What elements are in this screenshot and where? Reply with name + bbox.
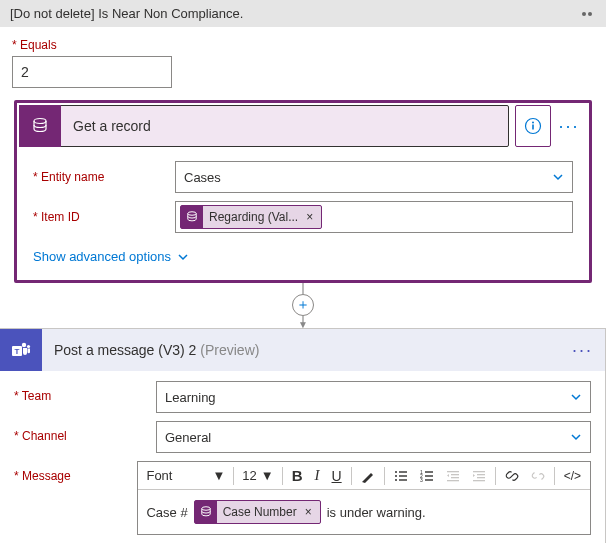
message-text-before: Case # [146, 505, 187, 520]
channel-label: Channel [14, 421, 146, 443]
outdent-button[interactable] [441, 466, 465, 486]
message-label: Message [14, 461, 127, 483]
equals-field-block: Equals 2 [0, 27, 606, 96]
post-message-title: Post a message (V3) 2 (Preview) [42, 342, 572, 358]
entity-name-label: Entity name [33, 170, 165, 184]
strip-menu-dots[interactable] [582, 12, 586, 16]
get-record-card: Get a record ··· Entity name Cases Item … [14, 100, 592, 283]
condition-header-strip: [Do not delete] Is Near Non Compliance. [0, 0, 606, 27]
italic-button[interactable]: I [310, 464, 325, 487]
rte-toolbar: Font▼ 12 ▼ B I U 123 [138, 462, 590, 490]
font-select[interactable]: Font▼ [142, 466, 229, 485]
message-text-after: is under warning. [327, 505, 426, 520]
entity-name-value: Cases [184, 170, 221, 185]
item-id-input[interactable]: Regarding (Val... × [175, 201, 573, 233]
chevron-down-icon [177, 251, 189, 263]
svg-text:3: 3 [420, 477, 423, 483]
advanced-label: Show advanced options [33, 249, 171, 264]
token-remove[interactable]: × [303, 505, 314, 519]
entity-name-dropdown[interactable]: Cases [175, 161, 573, 193]
bullet-list-button[interactable] [389, 466, 413, 486]
svg-rect-16 [425, 471, 433, 472]
team-value: Learning [165, 390, 216, 405]
indent-button[interactable] [467, 466, 491, 486]
svg-rect-21 [447, 471, 459, 472]
svg-rect-18 [425, 475, 433, 476]
regarding-token: Regarding (Val... × [180, 205, 322, 229]
info-icon [524, 117, 542, 135]
svg-point-6 [27, 345, 30, 348]
token-label: Case Number [223, 505, 297, 519]
svg-text:T: T [15, 347, 20, 356]
strip-title: [Do not delete] Is Near Non Compliance. [10, 6, 243, 21]
svg-point-13 [395, 479, 397, 481]
svg-point-9 [395, 471, 397, 473]
get-record-header: Get a record ··· [19, 105, 587, 147]
svg-rect-20 [425, 479, 433, 480]
bold-button[interactable]: B [287, 464, 308, 487]
token-label: Regarding (Val... [209, 210, 298, 224]
flow-connector: ＋ ▼ [0, 280, 606, 328]
unlink-button[interactable] [526, 466, 550, 486]
database-icon [19, 105, 61, 147]
code-view-button[interactable]: </> [559, 466, 586, 486]
svg-point-5 [22, 343, 26, 347]
number-list-button[interactable]: 123 [415, 466, 439, 486]
svg-point-11 [395, 475, 397, 477]
channel-dropdown[interactable]: General [156, 421, 591, 453]
underline-button[interactable]: U [327, 465, 347, 487]
show-advanced-link[interactable]: Show advanced options [19, 235, 203, 268]
link-button[interactable] [500, 466, 524, 486]
post-message-card: T Post a message (V3) 2 (Preview) ··· Te… [0, 328, 606, 543]
team-label: Team [14, 381, 146, 403]
post-message-header[interactable]: T Post a message (V3) 2 (Preview) ··· [0, 329, 605, 371]
message-body[interactable]: Case # Case Number × is under warning. [138, 490, 590, 534]
svg-rect-12 [399, 475, 407, 476]
svg-point-2 [532, 122, 534, 124]
chevron-down-icon [552, 171, 564, 183]
get-record-menu[interactable]: ··· [551, 116, 587, 137]
post-message-menu[interactable]: ··· [572, 340, 605, 361]
svg-rect-14 [399, 479, 407, 480]
svg-rect-3 [532, 125, 534, 130]
svg-rect-24 [447, 480, 459, 481]
message-editor: Font▼ 12 ▼ B I U 123 [137, 461, 591, 535]
database-icon [195, 501, 217, 523]
svg-point-29 [201, 507, 209, 511]
svg-rect-10 [399, 471, 407, 472]
case-number-token: Case Number × [194, 500, 321, 524]
team-dropdown[interactable]: Learning [156, 381, 591, 413]
info-button[interactable] [515, 105, 551, 147]
token-remove[interactable]: × [304, 210, 315, 224]
svg-rect-22 [451, 474, 459, 475]
equals-label: Equals [12, 38, 57, 52]
svg-rect-27 [477, 477, 485, 478]
svg-rect-28 [473, 480, 485, 481]
get-record-title: Get a record [61, 118, 151, 134]
item-id-label: Item ID [33, 210, 165, 224]
channel-value: General [165, 430, 211, 445]
svg-rect-25 [473, 471, 485, 472]
teams-icon: T [0, 329, 42, 371]
svg-rect-26 [477, 474, 485, 475]
chevron-down-icon [570, 431, 582, 443]
highlight-button[interactable] [356, 466, 380, 486]
size-select[interactable]: 12 ▼ [238, 466, 277, 485]
svg-point-0 [34, 119, 46, 124]
chevron-down-icon [570, 391, 582, 403]
equals-input[interactable]: 2 [12, 56, 172, 88]
add-step-button[interactable]: ＋ [292, 294, 314, 316]
get-record-title-bar[interactable]: Get a record [19, 105, 509, 147]
database-icon [181, 206, 203, 228]
svg-rect-23 [451, 477, 459, 478]
svg-point-4 [188, 212, 196, 216]
